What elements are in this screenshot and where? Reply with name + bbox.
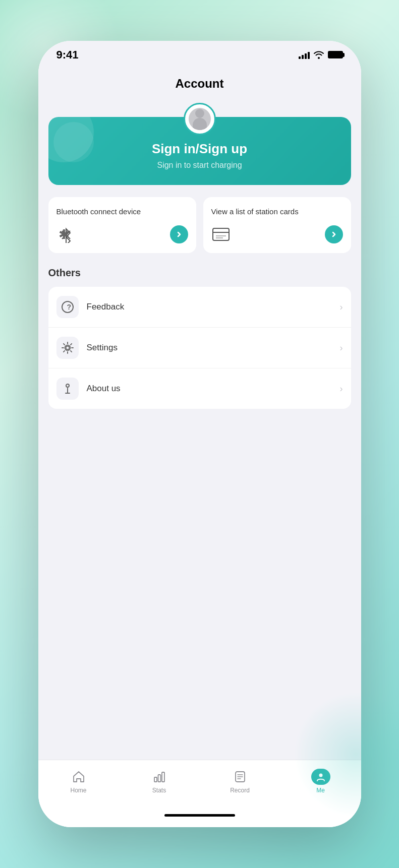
feedback-label: Feedback xyxy=(87,302,340,312)
status-time: 9:41 xyxy=(56,48,79,61)
quick-actions: Bluetooth connect device ✱ xyxy=(48,197,351,253)
home-bar xyxy=(164,814,235,817)
svg-text:?: ? xyxy=(67,303,71,311)
others-section: Others ? Feedback › xyxy=(48,267,351,409)
me-active-icon xyxy=(311,769,330,785)
about-chevron: › xyxy=(340,384,343,394)
settings-icon-circle xyxy=(56,337,79,359)
nav-item-home[interactable]: Home xyxy=(38,769,119,794)
main-scroll: Sign in/Sign up Sign in to start chargin… xyxy=(38,101,361,760)
wifi-icon xyxy=(314,51,324,59)
settings-menu-item[interactable]: Settings › xyxy=(48,328,351,368)
record-icon xyxy=(230,769,251,785)
avatar-circle xyxy=(184,103,216,135)
signin-title: Sign in/Sign up xyxy=(61,141,339,157)
about-menu-item[interactable]: About us › xyxy=(48,368,351,409)
station-cards-bottom xyxy=(211,225,343,244)
settings-label: Settings xyxy=(87,343,340,353)
about-label: About us xyxy=(87,384,340,394)
phone-frame: 9:41 Account xyxy=(38,41,361,827)
svg-text:✱: ✱ xyxy=(59,227,70,242)
svg-rect-14 xyxy=(162,772,164,782)
svg-point-7 xyxy=(66,346,69,350)
feedback-icon-circle: ? xyxy=(56,296,79,318)
feedback-menu-item[interactable]: ? Feedback › xyxy=(48,287,351,328)
feedback-chevron: › xyxy=(340,302,343,313)
bluetooth-label: Bluetooth connect device xyxy=(56,206,188,217)
bluetooth-chevron-btn[interactable] xyxy=(170,225,188,243)
svg-point-9 xyxy=(66,384,69,387)
me-nav-label: Me xyxy=(316,787,325,794)
about-icon-circle xyxy=(56,378,79,400)
home-icon xyxy=(68,769,89,785)
signal-icon xyxy=(299,51,310,59)
page-title: Account xyxy=(38,69,361,101)
nav-item-stats[interactable]: Stats xyxy=(119,769,200,794)
content-area: Account Sign in/Sign up xyxy=(38,69,361,827)
stats-icon xyxy=(149,769,170,785)
status-bar: 9:41 xyxy=(38,41,361,69)
avatar-wrapper xyxy=(184,103,216,135)
nav-item-me[interactable]: Me xyxy=(280,769,361,794)
status-icons xyxy=(299,51,343,59)
signin-subtitle: Sign in to start charging xyxy=(61,161,339,170)
me-icon xyxy=(310,769,331,785)
svg-rect-13 xyxy=(158,775,160,782)
battery-icon xyxy=(328,51,343,58)
others-label: Others xyxy=(48,267,351,279)
settings-chevron: › xyxy=(340,343,343,353)
bluetooth-action-bottom: ✱ xyxy=(56,225,188,244)
menu-list: ? Feedback › xyxy=(48,287,351,409)
station-cards-action[interactable]: View a list of station cards xyxy=(203,197,351,253)
station-cards-chevron-btn[interactable] xyxy=(325,225,343,243)
nav-item-record[interactable]: Record xyxy=(200,769,280,794)
bluetooth-icon: ✱ xyxy=(56,225,76,244)
bottom-nav: Home Stats xyxy=(38,760,361,810)
record-nav-label: Record xyxy=(230,787,250,794)
station-cards-label: View a list of station cards xyxy=(211,206,343,217)
svg-rect-12 xyxy=(154,777,157,782)
cards-icon xyxy=(211,225,231,244)
svg-point-19 xyxy=(319,773,322,777)
bluetooth-action-card[interactable]: Bluetooth connect device ✱ xyxy=(48,197,196,253)
home-indicator xyxy=(38,810,361,827)
avatar-person xyxy=(193,118,207,130)
stats-nav-label: Stats xyxy=(152,787,166,794)
home-nav-label: Home xyxy=(70,787,86,794)
signin-section: Sign in/Sign up Sign in to start chargin… xyxy=(48,117,351,185)
svg-rect-1 xyxy=(213,228,229,240)
avatar-inner xyxy=(189,108,211,130)
